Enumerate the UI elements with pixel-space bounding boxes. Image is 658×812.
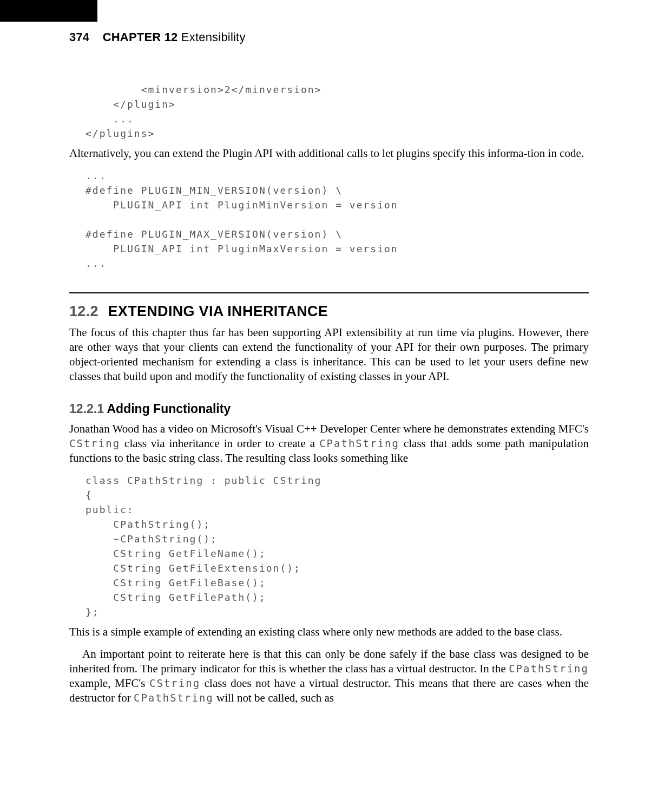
paragraph-adding-functionality: Jonathan Wood has a video on Microsoft's…	[69, 422, 589, 466]
text: class via inheritance in order to create…	[120, 437, 319, 450]
paragraph-important-point: An important point to reiterate here is …	[69, 647, 589, 705]
section-rule	[69, 292, 589, 293]
text-cont: tion in code.	[528, 147, 584, 160]
inline-code-cstring: CString	[149, 677, 200, 689]
paragraph-inheritance-intro: The focus of this chapter thus far has b…	[69, 325, 589, 384]
subsection-number: 12.2.1	[69, 402, 104, 416]
chapter-title: Extensibility	[181, 30, 246, 44]
inline-code-cstring: CString	[69, 437, 120, 449]
text: example, MFC's	[69, 677, 149, 690]
section-number: 12.2	[69, 303, 98, 319]
page: 374 CHAPTER 12 Extensibility <minversion…	[0, 0, 658, 812]
inline-code-cpathstring: CPathString	[134, 692, 214, 704]
running-header: 374 CHAPTER 12 Extensibility	[69, 30, 589, 44]
chapter-label: CHAPTER 12	[103, 30, 178, 44]
code-block-class: class CPathString : public CString { pub…	[69, 473, 589, 619]
paragraph-api-extend: Alternatively, you can extend the Plugin…	[69, 146, 589, 161]
code-block-defines: ... #define PLUGIN_MIN_VERSION(version) …	[69, 168, 589, 271]
page-tab-decoration	[0, 0, 97, 22]
hyphen: -	[524, 147, 528, 160]
subsection-heading-12-2-1: 12.2.1 Adding Functionality	[69, 402, 589, 416]
text: will not be called, such as	[214, 691, 334, 704]
inline-code-cpathstring: CPathString	[509, 663, 589, 675]
text: Alternatively, you can extend the Plugin…	[69, 147, 524, 160]
page-number: 374	[69, 30, 89, 44]
section-title: EXTENDING VIA INHERITANCE	[108, 303, 328, 319]
text: Jonathan Wood has a video on Microsoft's…	[69, 422, 589, 435]
code-block-xml: <minversion>2</minversion> </plugin> ...…	[69, 82, 589, 141]
section-heading-12-2: 12.2 EXTENDING VIA INHERITANCE	[69, 303, 589, 320]
paragraph-simple-example: This is a simple example of extending an…	[69, 625, 589, 639]
inline-code-cpathstring: CPathString	[319, 437, 399, 449]
subsection-title: Adding Functionality	[107, 402, 231, 416]
